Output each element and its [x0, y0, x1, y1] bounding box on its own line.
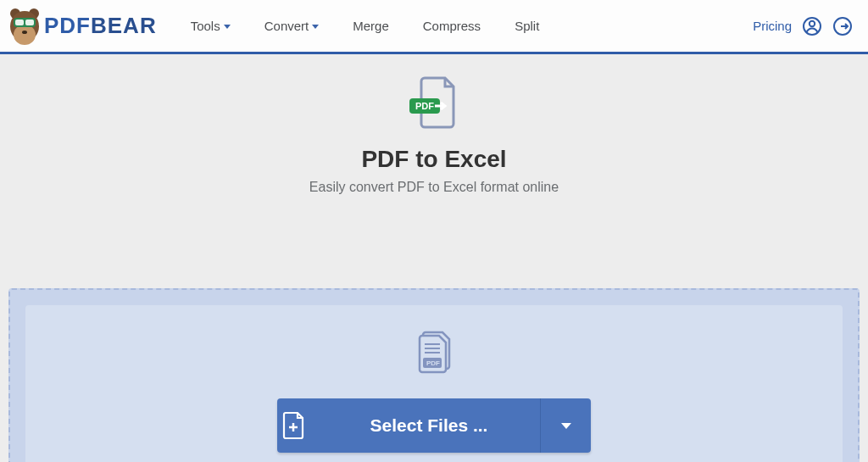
svg-point-9	[810, 20, 815, 25]
nav-tools[interactable]: Tools	[191, 19, 231, 33]
dropzone[interactable]: PDF Select Files ...	[8, 288, 860, 462]
brand-text: PDFBEAR	[44, 13, 157, 39]
hero: PDF PDF to Excel Easily convert PDF to E…	[0, 54, 868, 195]
page-subtitle: Easily convert PDF to Excel format onlin…	[0, 180, 868, 195]
nav-pricing[interactable]: Pricing	[753, 19, 792, 33]
nav-convert[interactable]: Convert	[264, 19, 320, 33]
nav-split-label: Split	[515, 19, 539, 33]
page-title: PDF to Excel	[0, 146, 868, 173]
nav-compress[interactable]: Compress	[423, 19, 481, 33]
pdf-stack-icon: PDF	[410, 329, 458, 376]
select-files-row: Select Files ...	[277, 398, 591, 453]
user-icon[interactable]	[802, 16, 822, 36]
navbar: PDFBEAR Tools Convert Merge Compress Spl…	[0, 0, 868, 54]
chevron-down-icon	[312, 25, 319, 29]
select-files-button[interactable]: Select Files ...	[277, 398, 540, 453]
chevron-down-icon	[561, 423, 571, 429]
nav-compress-label: Compress	[423, 19, 481, 33]
nav-convert-label: Convert	[264, 19, 309, 33]
dropzone-inner: PDF Select Files ...	[25, 305, 843, 462]
nav-merge[interactable]: Merge	[353, 19, 389, 33]
nav-split[interactable]: Split	[515, 19, 539, 33]
svg-point-3	[14, 25, 36, 45]
bear-icon	[7, 6, 42, 47]
pdf-badge-text: PDF	[415, 101, 434, 111]
select-files-label: Select Files ...	[335, 415, 540, 436]
logo[interactable]: PDFBEAR	[7, 6, 157, 47]
chevron-down-icon	[224, 25, 231, 29]
nav-merge-label: Merge	[353, 19, 389, 33]
svg-rect-6	[25, 19, 34, 25]
svg-rect-5	[15, 19, 24, 25]
nav-tools-label: Tools	[191, 19, 220, 33]
logout-icon[interactable]	[832, 16, 853, 36]
stack-badge-text: PDF	[426, 359, 440, 367]
select-files-dropdown[interactable]	[540, 398, 591, 453]
nav-links: Tools Convert Merge Compress Split	[191, 19, 540, 33]
pdf-to-excel-icon: PDF	[406, 75, 462, 131]
nav-right: Pricing	[753, 16, 853, 36]
svg-point-7	[22, 31, 27, 34]
add-file-icon	[282, 411, 306, 440]
